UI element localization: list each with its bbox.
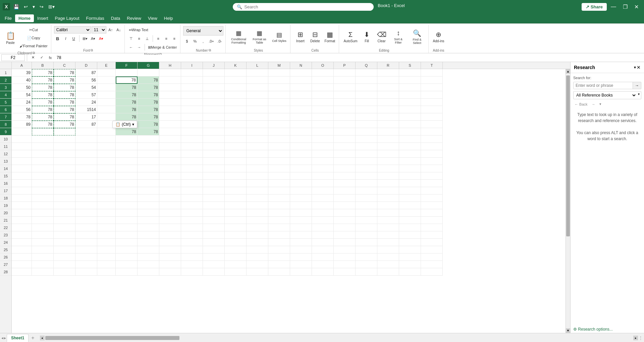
cell-C5[interactable]: 78 xyxy=(54,99,75,106)
cell-L8[interactable] xyxy=(247,121,268,128)
cell-P25[interactable] xyxy=(334,246,356,253)
cell-N4[interactable] xyxy=(290,91,312,99)
cell-A17[interactable] xyxy=(12,187,32,194)
cell-C20[interactable] xyxy=(54,209,75,217)
find-select-button[interactable]: 🔍 Find & Select xyxy=(408,27,426,47)
cell-J22[interactable] xyxy=(203,224,225,231)
align-left-button[interactable]: ≡ xyxy=(155,35,162,42)
menu-home[interactable]: Home xyxy=(15,14,34,22)
cell-A20[interactable] xyxy=(12,209,32,217)
formula-input[interactable] xyxy=(55,55,643,61)
cell-L7[interactable] xyxy=(247,113,268,121)
cell-S16[interactable] xyxy=(399,180,421,187)
horizontal-scrollbar[interactable]: ◂ ▸ xyxy=(40,336,638,340)
cell-T5[interactable] xyxy=(421,99,443,106)
cell-K15[interactable] xyxy=(225,172,247,180)
indent-decrease-button[interactable]: ← xyxy=(127,44,135,51)
insert-function-button[interactable]: fx xyxy=(47,54,54,61)
cell-C21[interactable] xyxy=(54,217,75,224)
research-dropdown[interactable]: All Reference Books ▾ xyxy=(573,91,641,99)
cell-B10[interactable] xyxy=(32,135,54,143)
research-options-button[interactable]: ⚙ Research options... xyxy=(571,326,644,333)
cell-K6[interactable] xyxy=(225,106,247,113)
col-header-d[interactable]: D xyxy=(75,62,97,69)
cell-K2[interactable] xyxy=(225,76,247,84)
col-header-f[interactable]: F xyxy=(116,62,138,69)
cell-L3[interactable] xyxy=(247,84,268,91)
cell-M5[interactable] xyxy=(268,99,290,106)
cell-G28[interactable] xyxy=(138,268,159,276)
cell-O9[interactable] xyxy=(312,128,334,135)
cell-M16[interactable] xyxy=(268,180,290,187)
cell-O22[interactable] xyxy=(312,224,334,231)
sort-filter-button[interactable]: ↕ Sort & Filter xyxy=(389,27,408,47)
fill-button[interactable]: ⬇ Fill xyxy=(360,27,374,47)
cell-M3[interactable] xyxy=(268,84,290,91)
cell-E28[interactable] xyxy=(97,268,116,276)
cell-N8[interactable] xyxy=(290,121,312,128)
cell-F7[interactable]: 78 xyxy=(116,113,138,121)
cell-G24[interactable] xyxy=(138,239,159,246)
cell-R5[interactable] xyxy=(377,99,399,106)
cell-D23[interactable] xyxy=(75,231,97,239)
row-num-22[interactable]: 22 xyxy=(0,224,11,231)
cell-J7[interactable] xyxy=(203,113,225,121)
cell-H9[interactable] xyxy=(159,128,181,135)
hscroll-right[interactable]: ▸ xyxy=(633,336,638,340)
cell-N14[interactable] xyxy=(290,165,312,172)
cell-M4[interactable] xyxy=(268,91,290,99)
cell-S1[interactable] xyxy=(399,69,421,76)
cell-M18[interactable] xyxy=(268,194,290,202)
cell-L15[interactable] xyxy=(247,172,268,180)
col-header-m[interactable]: M xyxy=(268,62,290,69)
cell-S10[interactable] xyxy=(399,135,421,143)
cell-C14[interactable] xyxy=(54,165,75,172)
cell-D7[interactable]: 17 xyxy=(75,113,97,121)
cell-J12[interactable] xyxy=(203,150,225,158)
cell-N27[interactable] xyxy=(290,261,312,268)
cell-A12[interactable] xyxy=(12,150,32,158)
cell-R19[interactable] xyxy=(377,202,399,209)
cell-T11[interactable] xyxy=(421,143,443,150)
cell-O11[interactable] xyxy=(312,143,334,150)
cell-P18[interactable] xyxy=(334,194,356,202)
percent-button[interactable]: % xyxy=(191,38,199,45)
cell-H15[interactable] xyxy=(159,172,181,180)
cell-E16[interactable] xyxy=(97,180,116,187)
format-painter-button[interactable]: 🖌 Format Painter xyxy=(18,42,49,50)
cell-I7[interactable] xyxy=(181,113,203,121)
cell-E9[interactable] xyxy=(97,128,116,135)
cell-C22[interactable] xyxy=(54,224,75,231)
cell-K8[interactable] xyxy=(225,121,247,128)
cell-J3[interactable] xyxy=(203,84,225,91)
cell-R9[interactable] xyxy=(377,128,399,135)
cell-B9[interactable] xyxy=(32,128,54,135)
cell-C19[interactable] xyxy=(54,202,75,209)
cell-L1[interactable] xyxy=(247,69,268,76)
cell-H25[interactable] xyxy=(159,246,181,253)
cell-P4[interactable] xyxy=(334,91,356,99)
decrease-decimal-button[interactable]: .0- xyxy=(216,38,223,45)
cell-R23[interactable] xyxy=(377,231,399,239)
cell-J20[interactable] xyxy=(203,209,225,217)
cell-styles-button[interactable]: ▤ Cell Styles xyxy=(270,27,288,47)
cell-B23[interactable] xyxy=(32,231,54,239)
col-header-q[interactable]: Q xyxy=(356,62,377,69)
research-nav-menu[interactable]: ▾ xyxy=(598,101,603,107)
cell-S21[interactable] xyxy=(399,217,421,224)
cell-B5[interactable]: 78 xyxy=(32,99,54,106)
hscroll-track[interactable] xyxy=(45,336,633,340)
cell-S19[interactable] xyxy=(399,202,421,209)
cell-O18[interactable] xyxy=(312,194,334,202)
sheet-menu-button[interactable]: ⋮ xyxy=(639,336,643,340)
cell-G19[interactable] xyxy=(138,202,159,209)
cell-N24[interactable] xyxy=(290,239,312,246)
cell-A23[interactable] xyxy=(12,231,32,239)
fill-color-button[interactable]: A▾ xyxy=(90,35,97,42)
cell-I12[interactable] xyxy=(181,150,203,158)
cell-I14[interactable] xyxy=(181,165,203,172)
cell-C3[interactable]: 78 xyxy=(54,84,75,91)
cell-M28[interactable] xyxy=(268,268,290,276)
cell-D1[interactable]: 87 xyxy=(75,69,97,76)
cell-G8[interactable]: 78 xyxy=(138,121,159,128)
